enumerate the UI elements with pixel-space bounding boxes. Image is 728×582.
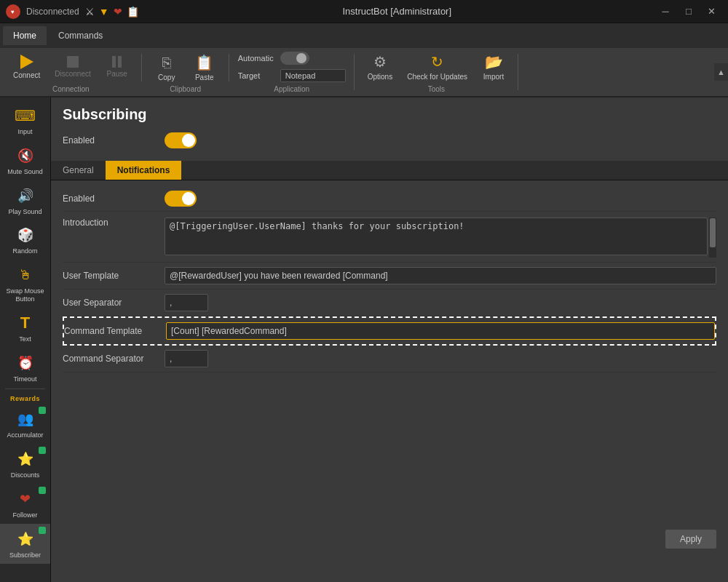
subtab-notifications[interactable]: Notifications [106,161,182,180]
connect-icon [20,55,33,69]
icon2: ▼ [99,6,109,17]
notif-enabled-row: Enabled [63,186,716,212]
command-template-input[interactable] [166,322,715,340]
sidebar-item-swap-mouse[interactable]: 🖱 Swap Mouse Button [0,260,50,308]
paste-label: Paste [195,73,214,81]
top-enabled-section: Enabled [51,129,728,161]
command-template-label: Command Template [64,326,159,336]
inner-form: Enabled Introduction [51,180,728,378]
close-button[interactable]: ✕ [702,4,722,20]
automatic-toggle[interactable] [280,52,309,65]
main-area: ⌨ Input 🔇 Mute Sound 🔊 Play Sound 🎲 Rand… [0,97,728,582]
sidebar-input-label: Input [17,128,32,136]
automatic-label: Automatic [238,54,274,63]
titlebar: ♥ Disconnected ⚔ ▼ ❤ 📋 InstructBot [Admi… [0,0,728,23]
icon4: 📋 [127,6,139,17]
introduction-input[interactable] [165,218,708,255]
user-separator-input[interactable] [165,294,208,311]
toolbar: Connect Disconnect Pause Connection ⎘ Co… [0,48,728,97]
pause-button: Pause [100,53,135,81]
copy-icon: ⎘ [162,55,171,71]
sidebar-item-follower[interactable]: ❤ Follower [0,484,50,524]
paste-button[interactable]: 📋 Paste [187,51,222,84]
copy-label: Copy [158,73,175,81]
sidebar: ⌨ Input 🔇 Mute Sound 🔊 Play Sound 🎲 Rand… [0,97,51,582]
target-select[interactable]: Notepad [280,69,346,82]
toolbar-collapse-button[interactable]: ▲ [714,63,728,81]
sidebar-divider [5,388,45,389]
intro-scrollbar-thumb[interactable] [710,218,716,247]
disconnect-label: Disconnect [55,70,90,78]
sidebar-item-mute-sound[interactable]: 🔇 Mute Sound [0,140,50,180]
toolbar-application-section: Automatic Target Notepad Application [229,48,355,96]
minimize-button[interactable]: ─ [655,4,676,20]
enabled-toggle[interactable] [165,132,197,148]
notif-enabled-label: Enabled [63,194,157,204]
connect-label: Connect [13,71,40,79]
sidebar-discounts-label: Discounts [11,471,40,479]
enabled-knob [182,134,195,147]
check-updates-button[interactable]: ↻ Check for Updates [401,50,473,84]
titlebar-left: ♥ Disconnected ⚔ ▼ ❤ 📋 [6,4,139,19]
sidebar-random-label: Random [12,247,37,255]
apply-button[interactable]: Apply [665,530,716,549]
introduction-row: Introduction [63,212,716,263]
intro-scrollbar-track[interactable] [709,218,716,258]
follower-badge [39,487,46,494]
clipboard-group-label: Clipboard [142,85,229,93]
import-button[interactable]: 📂 Import [476,50,511,84]
tab-home[interactable]: Home [3,26,47,45]
sidebar-text-label: Text [19,335,31,343]
command-separator-input[interactable] [165,350,208,367]
notif-enabled-knob [182,192,195,205]
notif-enabled-toggle[interactable] [165,191,197,207]
app-icon: ♥ [6,4,20,19]
page-title: Subscribing [51,97,728,129]
import-icon: 📂 [485,53,503,71]
disconnect-icon [67,56,79,68]
apply-section: Apply [51,524,728,554]
subscriber-badge [39,527,46,534]
rewards-section-label: Rewards [0,391,50,404]
connection-group-label: Connection [0,85,142,93]
menubar: Home Commands [0,23,728,48]
options-icon: ⚙ [373,53,387,71]
command-separator-label: Command Separator [63,354,157,364]
sidebar-swap-mouse-label: Swap Mouse Button [3,287,47,303]
sidebar-item-input[interactable]: ⌨ Input [0,100,50,140]
options-label: Options [368,73,392,81]
maximize-button[interactable]: □ [678,4,699,20]
sidebar-item-accumulator[interactable]: 👥 Accumulator [0,404,50,444]
play-sound-icon: 🔊 [15,185,36,207]
titlebar-controls: ─ □ ✕ [655,4,722,20]
paste-icon: 📋 [195,54,213,71]
titlebar-title: InstructBot [Administrator] [343,6,452,17]
check-updates-label: Check for Updates [407,73,467,81]
import-label: Import [483,73,504,81]
tab-commands[interactable]: Commands [48,26,113,45]
toolbar-tools-section: ⚙ Options ↻ Check for Updates 📂 Import T… [355,48,518,96]
introduction-label: Introduction [63,218,157,228]
disconnect-status: Disconnected [26,7,79,17]
titlebar-icons: ⚔ ▼ ❤ 📋 [85,6,139,17]
disconnect-button: Disconnect [49,53,96,81]
input-icon: ⌨ [15,105,36,127]
connect-button[interactable]: Connect [7,52,46,82]
sidebar-item-subscriber[interactable]: ⭐ Subscriber [0,524,50,564]
application-group-label: Application [229,85,355,93]
sidebar-item-discounts[interactable]: ⭐ Discounts [0,444,50,484]
subtab-general[interactable]: General [51,161,106,180]
swap-mouse-icon: 🖱 [15,264,36,286]
sidebar-item-text[interactable]: T Text [0,308,50,348]
user-template-input[interactable] [165,267,716,284]
mute-sound-icon: 🔇 [15,145,36,167]
text-icon: T [15,312,36,334]
command-template-row: Command Template [63,316,716,346]
options-button[interactable]: ⚙ Options [362,50,398,84]
sidebar-item-random[interactable]: 🎲 Random [0,220,50,260]
user-template-row: User Template [63,263,716,290]
copy-button[interactable]: ⎘ Copy [149,52,184,84]
sidebar-subscriber-label: Subscriber [9,551,41,559]
sidebar-item-play-sound[interactable]: 🔊 Play Sound [0,180,50,220]
sidebar-item-timeout[interactable]: ⏰ Timeout [0,348,50,388]
